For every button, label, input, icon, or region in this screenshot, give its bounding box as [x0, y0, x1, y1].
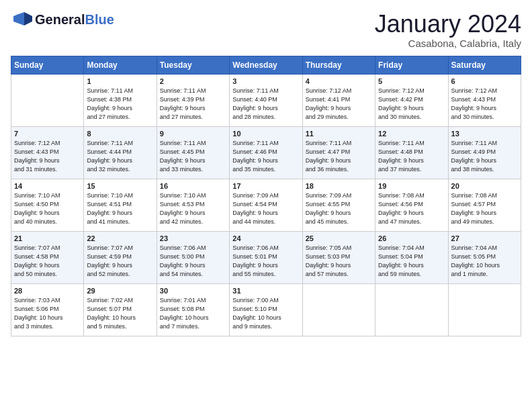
day-header-sunday: Sunday	[11, 56, 84, 74]
day-info: Sunrise: 7:03 AM Sunset: 5:06 PM Dayligh…	[14, 296, 81, 331]
day-number: 9	[160, 130, 226, 138]
day-cell: 26Sunrise: 7:04 AM Sunset: 5:04 PM Dayli…	[375, 231, 448, 283]
day-number: 13	[451, 130, 518, 138]
day-number: 3	[232, 77, 299, 85]
day-cell: 28Sunrise: 7:03 AM Sunset: 5:06 PM Dayli…	[11, 283, 84, 336]
day-cell: 23Sunrise: 7:06 AM Sunset: 5:00 PM Dayli…	[157, 231, 229, 283]
day-cell: 13Sunrise: 7:11 AM Sunset: 4:49 PM Dayli…	[448, 126, 521, 179]
day-number: 20	[451, 182, 518, 190]
day-info: Sunrise: 7:01 AM Sunset: 5:08 PM Dayligh…	[160, 296, 226, 331]
day-header-friday: Friday	[375, 56, 448, 74]
day-info: Sunrise: 7:11 AM Sunset: 4:46 PM Dayligh…	[232, 139, 299, 174]
day-cell: 29Sunrise: 7:02 AM Sunset: 5:07 PM Dayli…	[84, 283, 157, 336]
day-info: Sunrise: 7:02 AM Sunset: 5:07 PM Dayligh…	[87, 296, 153, 331]
day-info: Sunrise: 7:11 AM Sunset: 4:38 PM Dayligh…	[87, 87, 153, 122]
day-cell: 6Sunrise: 7:12 AM Sunset: 4:43 PM Daylig…	[448, 74, 521, 126]
day-cell: 7Sunrise: 7:12 AM Sunset: 4:43 PM Daylig…	[11, 126, 84, 179]
day-info: Sunrise: 7:07 AM Sunset: 4:58 PM Dayligh…	[14, 244, 81, 279]
day-info: Sunrise: 7:06 AM Sunset: 5:01 PM Dayligh…	[232, 244, 299, 279]
day-info: Sunrise: 7:12 AM Sunset: 4:43 PM Dayligh…	[451, 87, 518, 122]
day-number: 27	[451, 234, 518, 242]
day-cell: 2Sunrise: 7:11 AM Sunset: 4:39 PM Daylig…	[157, 74, 229, 126]
week-row-3: 14Sunrise: 7:10 AM Sunset: 4:50 PM Dayli…	[11, 179, 521, 231]
day-info: Sunrise: 7:08 AM Sunset: 4:57 PM Dayligh…	[451, 191, 518, 226]
day-info: Sunrise: 7:09 AM Sunset: 4:54 PM Dayligh…	[232, 191, 299, 226]
day-info: Sunrise: 7:07 AM Sunset: 4:59 PM Dayligh…	[87, 244, 153, 279]
day-number: 8	[87, 130, 153, 138]
day-cell: 16Sunrise: 7:10 AM Sunset: 4:53 PM Dayli…	[157, 179, 229, 231]
day-number: 30	[160, 287, 226, 295]
day-cell: 8Sunrise: 7:11 AM Sunset: 4:44 PM Daylig…	[84, 126, 157, 179]
day-number: 15	[87, 182, 153, 190]
day-info: Sunrise: 7:06 AM Sunset: 5:00 PM Dayligh…	[160, 244, 226, 279]
day-header-saturday: Saturday	[448, 56, 521, 74]
day-cell: 21Sunrise: 7:07 AM Sunset: 4:58 PM Dayli…	[11, 231, 84, 283]
week-row-5: 28Sunrise: 7:03 AM Sunset: 5:06 PM Dayli…	[11, 283, 521, 336]
logo: GeneralBlue	[11, 11, 114, 28]
day-cell: 5Sunrise: 7:12 AM Sunset: 4:42 PM Daylig…	[375, 74, 448, 126]
day-cell	[11, 74, 84, 126]
day-number: 12	[378, 130, 445, 138]
day-number: 18	[306, 182, 372, 190]
week-row-1: 1Sunrise: 7:11 AM Sunset: 4:38 PM Daylig…	[11, 74, 521, 126]
title-block: January 2024 Casabona, Calabria, Italy	[375, 11, 521, 49]
day-number: 22	[87, 234, 153, 242]
month-title: January 2024	[375, 11, 521, 38]
day-number: 21	[14, 234, 81, 242]
day-info: Sunrise: 7:11 AM Sunset: 4:44 PM Dayligh…	[87, 139, 153, 174]
calendar-table: SundayMondayTuesdayWednesdayThursdayFrid…	[11, 56, 521, 336]
day-cell: 4Sunrise: 7:12 AM Sunset: 4:41 PM Daylig…	[302, 74, 375, 126]
day-cell: 20Sunrise: 7:08 AM Sunset: 4:57 PM Dayli…	[448, 179, 521, 231]
day-cell: 24Sunrise: 7:06 AM Sunset: 5:01 PM Dayli…	[230, 231, 302, 283]
day-info: Sunrise: 7:04 AM Sunset: 5:05 PM Dayligh…	[451, 244, 518, 279]
day-cell: 11Sunrise: 7:11 AM Sunset: 4:47 PM Dayli…	[302, 126, 375, 179]
day-info: Sunrise: 7:05 AM Sunset: 5:03 PM Dayligh…	[306, 244, 372, 279]
day-cell: 3Sunrise: 7:11 AM Sunset: 4:40 PM Daylig…	[230, 74, 302, 126]
day-info: Sunrise: 7:11 AM Sunset: 4:45 PM Dayligh…	[160, 139, 226, 174]
day-cell: 1Sunrise: 7:11 AM Sunset: 4:38 PM Daylig…	[84, 74, 157, 126]
day-info: Sunrise: 7:00 AM Sunset: 5:10 PM Dayligh…	[232, 296, 299, 331]
day-info: Sunrise: 7:12 AM Sunset: 4:41 PM Dayligh…	[306, 87, 372, 122]
day-cell	[375, 283, 448, 336]
logo-icon	[11, 11, 32, 28]
day-cell: 18Sunrise: 7:09 AM Sunset: 4:55 PM Dayli…	[302, 179, 375, 231]
day-cell: 9Sunrise: 7:11 AM Sunset: 4:45 PM Daylig…	[157, 126, 229, 179]
day-number: 6	[451, 77, 518, 85]
day-info: Sunrise: 7:12 AM Sunset: 4:43 PM Dayligh…	[14, 139, 81, 174]
day-cell: 17Sunrise: 7:09 AM Sunset: 4:54 PM Dayli…	[230, 179, 302, 231]
day-info: Sunrise: 7:11 AM Sunset: 4:39 PM Dayligh…	[160, 87, 226, 122]
svg-marker-2	[24, 12, 32, 26]
day-info: Sunrise: 7:12 AM Sunset: 4:42 PM Dayligh…	[378, 87, 445, 122]
day-header-wednesday: Wednesday	[230, 56, 302, 74]
page-container: GeneralBlue January 2024 Casabona, Calab…	[0, 0, 532, 342]
day-number: 23	[160, 234, 226, 242]
day-info: Sunrise: 7:11 AM Sunset: 4:48 PM Dayligh…	[378, 139, 445, 174]
day-cell: 12Sunrise: 7:11 AM Sunset: 4:48 PM Dayli…	[375, 126, 448, 179]
day-info: Sunrise: 7:11 AM Sunset: 4:49 PM Dayligh…	[451, 139, 518, 174]
day-number: 2	[160, 77, 226, 85]
day-number: 26	[378, 234, 445, 242]
day-cell: 27Sunrise: 7:04 AM Sunset: 5:05 PM Dayli…	[448, 231, 521, 283]
day-number: 24	[232, 234, 299, 242]
day-cell: 31Sunrise: 7:00 AM Sunset: 5:10 PM Dayli…	[230, 283, 302, 336]
location: Casabona, Calabria, Italy	[375, 38, 521, 49]
day-number: 19	[378, 182, 445, 190]
day-number: 25	[306, 234, 372, 242]
day-cell: 10Sunrise: 7:11 AM Sunset: 4:46 PM Dayli…	[230, 126, 302, 179]
day-header-tuesday: Tuesday	[157, 56, 229, 74]
day-number: 10	[232, 130, 299, 138]
day-info: Sunrise: 7:11 AM Sunset: 4:40 PM Dayligh…	[232, 87, 299, 122]
day-number: 7	[14, 130, 81, 138]
day-cell: 15Sunrise: 7:10 AM Sunset: 4:51 PM Dayli…	[84, 179, 157, 231]
day-cell	[448, 283, 521, 336]
day-number: 11	[306, 130, 372, 138]
day-info: Sunrise: 7:04 AM Sunset: 5:04 PM Dayligh…	[378, 244, 445, 279]
day-info: Sunrise: 7:10 AM Sunset: 4:53 PM Dayligh…	[160, 191, 226, 226]
day-number: 16	[160, 182, 226, 190]
day-number: 28	[14, 287, 81, 295]
day-cell: 19Sunrise: 7:08 AM Sunset: 4:56 PM Dayli…	[375, 179, 448, 231]
day-info: Sunrise: 7:08 AM Sunset: 4:56 PM Dayligh…	[378, 191, 445, 226]
day-number: 4	[306, 77, 372, 85]
day-header-thursday: Thursday	[302, 56, 375, 74]
header-row: SundayMondayTuesdayWednesdayThursdayFrid…	[11, 56, 521, 74]
